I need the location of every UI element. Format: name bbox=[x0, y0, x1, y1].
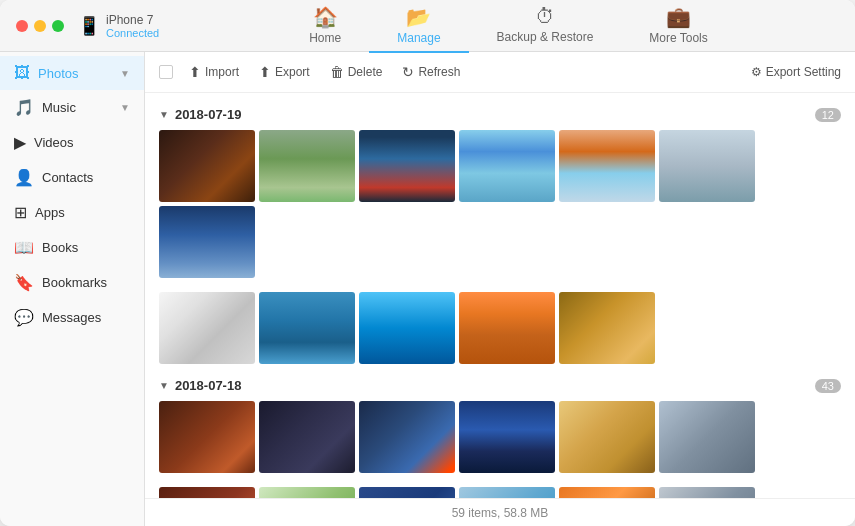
import-label: Import bbox=[205, 65, 239, 79]
photo-thumb[interactable] bbox=[459, 292, 555, 364]
photo-thumb[interactable] bbox=[659, 487, 755, 498]
main-layout: 🖼 Photos ▼ 🎵 Music ▼ ▶ Videos 👤 Contacts… bbox=[0, 52, 855, 526]
videos-icon: ▶ bbox=[14, 133, 26, 152]
sidebar-item-books[interactable]: 📖 Books bbox=[0, 230, 144, 265]
title-bar: 📱 iPhone 7 Connected 🏠 Home 📂 Manage ⏱ B… bbox=[0, 0, 855, 52]
tab-tools-label: More Tools bbox=[649, 31, 707, 45]
refresh-icon: ↻ bbox=[402, 64, 414, 80]
photo-thumb[interactable] bbox=[259, 487, 355, 498]
sidebar-item-apps[interactable]: ⊞ Apps bbox=[0, 195, 144, 230]
photo-thumb[interactable] bbox=[459, 401, 555, 473]
section-header-2018-07-19: ▼ 2018-07-19 12 bbox=[159, 107, 841, 122]
tab-home-label: Home bbox=[309, 31, 341, 45]
music-arrow-icon: ▼ bbox=[120, 102, 130, 113]
photos-icon: 🖼 bbox=[14, 64, 30, 82]
home-icon: 🏠 bbox=[313, 5, 338, 29]
tab-tools[interactable]: 💼 More Tools bbox=[621, 0, 735, 53]
delete-label: Delete bbox=[348, 65, 383, 79]
photo-thumb[interactable] bbox=[359, 130, 455, 202]
sidebar-apps-label: Apps bbox=[35, 205, 130, 220]
delete-button[interactable]: 🗑 Delete bbox=[322, 60, 391, 84]
tab-manage[interactable]: 📂 Manage bbox=[369, 0, 468, 53]
photo-grid-2-row-2 bbox=[159, 487, 841, 498]
photo-thumb[interactable] bbox=[459, 130, 555, 202]
device-status: Connected bbox=[106, 27, 159, 39]
traffic-lights bbox=[16, 20, 64, 32]
import-icon: ⬆ bbox=[189, 64, 201, 80]
sidebar-bookmarks-label: Bookmarks bbox=[42, 275, 130, 290]
sidebar: 🖼 Photos ▼ 🎵 Music ▼ ▶ Videos 👤 Contacts… bbox=[0, 52, 145, 526]
device-info: 📱 iPhone 7 Connected bbox=[78, 13, 178, 39]
photo-thumb[interactable] bbox=[359, 292, 455, 364]
section-count-1: 12 bbox=[815, 108, 841, 122]
collapse-icon-1[interactable]: ▼ bbox=[159, 109, 169, 120]
minimize-button[interactable] bbox=[34, 20, 46, 32]
photo-thumb[interactable] bbox=[159, 292, 255, 364]
content-area: ⬆ Import ⬆ Export 🗑 Delete ↻ Refresh ⚙ E… bbox=[145, 52, 855, 526]
photo-thumb[interactable] bbox=[659, 130, 755, 202]
export-button[interactable]: ⬆ Export bbox=[251, 60, 318, 84]
photo-thumb[interactable] bbox=[659, 401, 755, 473]
photo-thumb[interactable] bbox=[159, 206, 255, 278]
photo-thumb[interactable] bbox=[559, 401, 655, 473]
tab-backup[interactable]: ⏱ Backup & Restore bbox=[469, 0, 622, 52]
section-header-2018-07-18: ▼ 2018-07-18 43 bbox=[159, 378, 841, 393]
device-name: iPhone 7 bbox=[106, 13, 159, 27]
sidebar-photos-label: Photos bbox=[38, 66, 112, 81]
photo-thumb[interactable] bbox=[159, 401, 255, 473]
toolbar: ⬆ Import ⬆ Export 🗑 Delete ↻ Refresh ⚙ E… bbox=[145, 52, 855, 93]
sidebar-item-photos[interactable]: 🖼 Photos ▼ bbox=[0, 56, 144, 90]
photo-grid-1-row-1 bbox=[159, 130, 841, 278]
refresh-label: Refresh bbox=[418, 65, 460, 79]
photo-thumb[interactable] bbox=[559, 130, 655, 202]
sidebar-messages-label: Messages bbox=[42, 310, 130, 325]
tab-manage-label: Manage bbox=[397, 31, 440, 45]
tools-icon: 💼 bbox=[666, 5, 691, 29]
photo-thumb[interactable] bbox=[159, 487, 255, 498]
contacts-icon: 👤 bbox=[14, 168, 34, 187]
photo-thumb[interactable] bbox=[259, 130, 355, 202]
export-icon: ⬆ bbox=[259, 64, 271, 80]
books-icon: 📖 bbox=[14, 238, 34, 257]
photo-thumb[interactable] bbox=[359, 401, 455, 473]
section-date-1: 2018-07-19 bbox=[175, 107, 242, 122]
refresh-button[interactable]: ↻ Refresh bbox=[394, 60, 468, 84]
nav-tabs: 🏠 Home 📂 Manage ⏱ Backup & Restore 💼 Mor… bbox=[178, 0, 839, 53]
import-button[interactable]: ⬆ Import bbox=[181, 60, 247, 84]
export-setting-button[interactable]: ⚙ Export Setting bbox=[751, 65, 841, 79]
backup-icon: ⏱ bbox=[535, 5, 555, 28]
tab-backup-label: Backup & Restore bbox=[497, 30, 594, 44]
sidebar-contacts-label: Contacts bbox=[42, 170, 130, 185]
export-label: Export bbox=[275, 65, 310, 79]
sidebar-item-music[interactable]: 🎵 Music ▼ bbox=[0, 90, 144, 125]
photo-thumb[interactable] bbox=[259, 401, 355, 473]
messages-icon: 💬 bbox=[14, 308, 34, 327]
photo-thumb[interactable] bbox=[559, 487, 655, 498]
photo-scroll-area[interactable]: ▼ 2018-07-19 12 ▼ bbox=[145, 93, 855, 498]
sidebar-item-contacts[interactable]: 👤 Contacts bbox=[0, 160, 144, 195]
collapse-icon-2[interactable]: ▼ bbox=[159, 380, 169, 391]
sidebar-item-videos[interactable]: ▶ Videos bbox=[0, 125, 144, 160]
photo-grid-2-row-1 bbox=[159, 401, 841, 473]
photos-arrow-icon: ▼ bbox=[120, 68, 130, 79]
close-button[interactable] bbox=[16, 20, 28, 32]
status-text: 59 items, 58.8 MB bbox=[452, 506, 549, 520]
gear-icon: ⚙ bbox=[751, 65, 762, 79]
photo-thumb[interactable] bbox=[259, 292, 355, 364]
delete-icon: 🗑 bbox=[330, 64, 344, 80]
status-bar: 59 items, 58.8 MB bbox=[145, 498, 855, 526]
tab-home[interactable]: 🏠 Home bbox=[281, 0, 369, 53]
section-date-2: 2018-07-18 bbox=[175, 378, 242, 393]
photo-thumb[interactable] bbox=[159, 130, 255, 202]
maximize-button[interactable] bbox=[52, 20, 64, 32]
sidebar-item-bookmarks[interactable]: 🔖 Bookmarks bbox=[0, 265, 144, 300]
photo-thumb[interactable] bbox=[559, 292, 655, 364]
sidebar-item-messages[interactable]: 💬 Messages bbox=[0, 300, 144, 335]
sidebar-books-label: Books bbox=[42, 240, 130, 255]
section-count-2: 43 bbox=[815, 379, 841, 393]
photo-thumb[interactable] bbox=[359, 487, 455, 498]
sidebar-videos-label: Videos bbox=[34, 135, 130, 150]
select-all-checkbox[interactable] bbox=[159, 65, 173, 79]
photo-thumb[interactable] bbox=[459, 487, 555, 498]
apps-icon: ⊞ bbox=[14, 203, 27, 222]
